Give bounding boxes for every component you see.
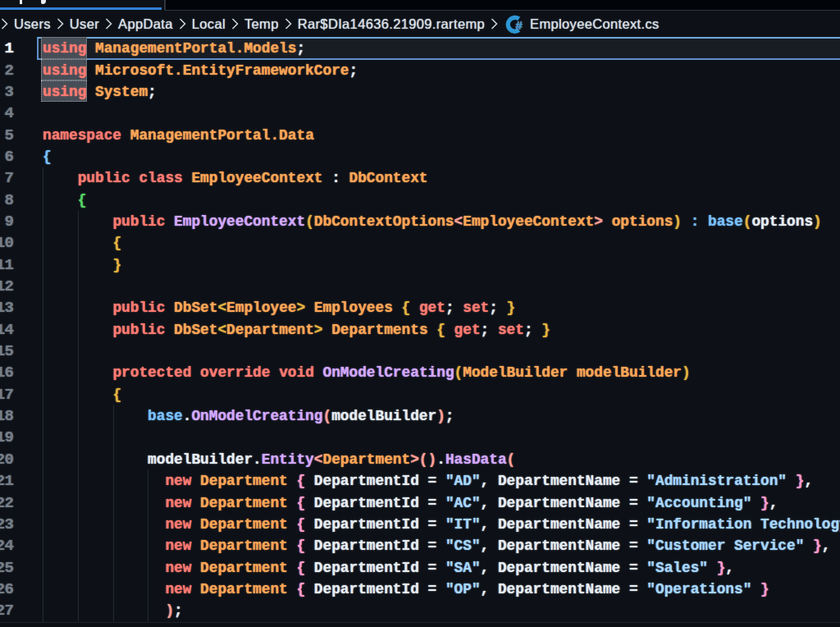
svg-text:#: # <box>516 17 523 31</box>
